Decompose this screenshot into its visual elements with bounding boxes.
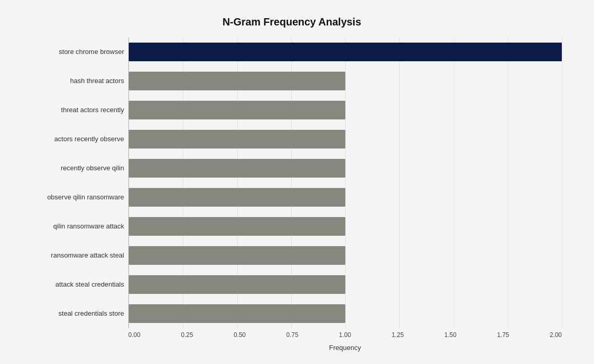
x-tick-label: 1.75: [497, 331, 509, 339]
x-tick-label: 1.00: [339, 331, 351, 339]
chart-title: N-Gram Frequency Analysis: [22, 16, 562, 28]
x-tick-label: 0.00: [128, 331, 140, 339]
bar: [129, 275, 345, 294]
x-tick-label: 0.25: [181, 331, 193, 339]
bar: [129, 188, 345, 207]
bar: [129, 217, 345, 236]
bar-highlight: [129, 43, 562, 61]
x-axis-label: Frequency: [128, 344, 562, 352]
chart-container: N-Gram Frequency Analysis store chrome b…: [11, 6, 583, 359]
x-tick-label: 1.25: [392, 331, 403, 339]
y-label: threat actors recently: [22, 96, 124, 124]
y-label: observe qilin ransomware: [22, 183, 124, 211]
x-tick-label: 0.50: [234, 331, 246, 339]
x-ticks: 0.000.250.500.751.001.251.501.752.00: [128, 331, 562, 339]
bar-row: [129, 67, 562, 95]
y-label: hash threat actors: [22, 67, 124, 95]
bar: [129, 72, 345, 90]
grid-line: [562, 37, 562, 328]
y-label: actors recently observe: [22, 125, 124, 153]
x-tick-label: 1.50: [444, 331, 456, 339]
bar-row: [129, 154, 562, 182]
bars-area: [129, 37, 562, 328]
y-label: ransomware attack steal: [22, 241, 124, 269]
bar: [129, 304, 345, 323]
y-label: store chrome browser: [22, 38, 124, 66]
bar: [129, 101, 345, 119]
bar: [129, 159, 345, 178]
bar-row: [129, 125, 562, 153]
bar-row: [129, 38, 562, 66]
y-label: steal credentials store: [22, 300, 124, 328]
y-label: attack steal credentials: [22, 271, 124, 299]
bar: [129, 246, 345, 265]
x-tick-label: 0.75: [286, 331, 298, 339]
bar: [129, 130, 345, 149]
bar-row: [129, 212, 562, 240]
y-label: qilin ransomware attack: [22, 212, 124, 240]
bar-row: [129, 300, 562, 328]
bar-row: [129, 241, 562, 269]
x-tick-label: 2.00: [550, 331, 562, 339]
bar-row: [129, 183, 562, 211]
bar-row: [129, 96, 562, 124]
bar-row: [129, 271, 562, 299]
y-label: recently observe qilin: [22, 154, 124, 182]
